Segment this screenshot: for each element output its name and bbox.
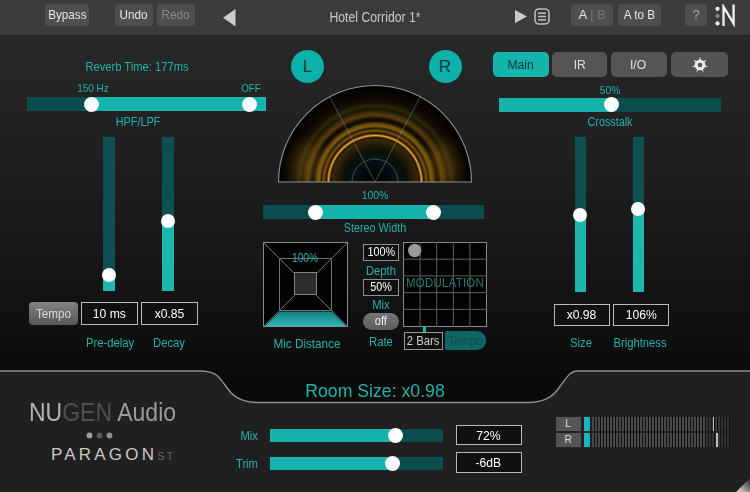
svg-text:100%: 100% — [292, 251, 318, 265]
